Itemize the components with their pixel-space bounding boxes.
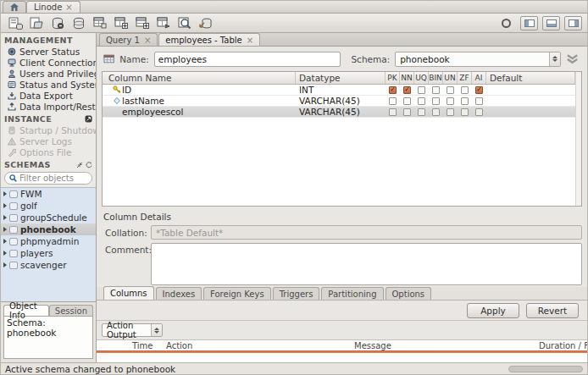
subtab-indexes[interactable]: Indexes [156, 287, 202, 300]
header-nn[interactable]: NN [400, 72, 414, 84]
table-name-input[interactable] [154, 52, 341, 67]
create-event-icon[interactable] [154, 15, 173, 31]
pk-checkbox[interactable] [389, 86, 397, 94]
open-sql-script-icon[interactable] [27, 15, 46, 31]
reconnect-dbms-icon[interactable] [197, 15, 215, 31]
tab-query-1[interactable]: Query 1 × [99, 33, 158, 46]
schema-item-phonebook[interactable]: phonebook [1, 223, 96, 235]
expander-icon[interactable] [3, 251, 7, 256]
horizontal-scrollbar-thumb[interactable] [508, 366, 583, 372]
collation-select[interactable]: *Table Default* [151, 225, 582, 240]
revert-button[interactable]: Revert [526, 303, 579, 318]
sidebar-item-startup-shutdown[interactable]: Startup / Shutdown [1, 124, 96, 135]
collapse-chevron-icon[interactable] [566, 54, 579, 64]
header-un[interactable]: UN [443, 72, 458, 84]
ai-checkbox[interactable] [475, 97, 483, 105]
header-bin[interactable]: BIN [429, 72, 443, 84]
nn-checkbox[interactable] [403, 97, 411, 105]
ai-checkbox[interactable] [475, 108, 483, 116]
toggle-left-sidebar-icon[interactable] [520, 16, 538, 30]
un-checkbox[interactable] [447, 108, 454, 116]
pk-checkbox[interactable] [389, 108, 397, 116]
subtab-triggers[interactable]: Triggers [273, 287, 320, 300]
sidebar-item-data-export[interactable]: Data Export [1, 90, 96, 101]
schema-item-phpmyadmin[interactable]: phpmyadmin [1, 235, 96, 247]
tab-employees-table[interactable]: employees - Table × [158, 33, 260, 46]
column-default[interactable] [486, 85, 575, 95]
grid-scrollbar[interactable] [575, 72, 581, 206]
header-time[interactable]: Time [132, 341, 166, 350]
close-icon[interactable]: × [65, 3, 72, 12]
comment-textarea[interactable] [151, 243, 582, 285]
stepper-icon[interactable] [549, 52, 560, 66]
nn-checkbox[interactable] [403, 86, 411, 94]
un-checkbox[interactable] [447, 97, 454, 105]
header-default[interactable]: Default [486, 72, 575, 84]
schema-item-fwm[interactable]: FWM [1, 188, 96, 200]
sidebar-item-data-import[interactable]: Data Import/Restore [1, 101, 96, 112]
close-icon[interactable]: × [247, 36, 253, 45]
expand-schemas-icon[interactable] [76, 162, 83, 168]
header-datatype[interactable]: Datatype [296, 72, 386, 84]
subtab-columns[interactable]: Columns [103, 286, 154, 300]
tab-object-info[interactable]: Object Info [3, 305, 49, 316]
header-duration-fetch[interactable]: Duration / Fetch [539, 341, 587, 350]
create-table-icon[interactable] [69, 15, 88, 31]
pk-checkbox[interactable] [389, 97, 397, 105]
un-checkbox[interactable] [447, 86, 454, 94]
schema-item-players[interactable]: players [1, 247, 96, 259]
schema-item-golf[interactable]: golf [1, 200, 96, 212]
home-tab[interactable] [3, 1, 26, 13]
close-icon[interactable]: × [144, 36, 151, 45]
column-row-id[interactable]: ID INT [103, 85, 575, 96]
subtab-foreign-keys[interactable]: Foreign Keys [203, 287, 271, 300]
header-column-name[interactable]: Column Name [103, 72, 296, 84]
create-view-icon[interactable] [91, 15, 109, 31]
header-action[interactable]: Action [166, 341, 354, 350]
schema-select[interactable]: phonebook [395, 52, 561, 67]
search-data-icon[interactable] [175, 15, 194, 31]
expander-icon[interactable] [3, 262, 7, 267]
expander-icon[interactable] [3, 203, 7, 208]
header-pk[interactable]: PK [386, 72, 400, 84]
ai-checkbox[interactable] [475, 86, 483, 94]
schema-filter-input[interactable] [19, 174, 87, 183]
header-ai[interactable]: AI [472, 72, 486, 84]
toggle-output-panel-icon[interactable] [542, 16, 560, 30]
instance-config-icon[interactable] [85, 115, 92, 123]
expander-icon[interactable] [3, 191, 7, 196]
apply-button[interactable]: Apply [467, 303, 519, 318]
column-default[interactable] [486, 96, 575, 106]
sidebar-item-client-connections[interactable]: Client Connections [1, 57, 96, 68]
zf-checkbox[interactable] [461, 97, 469, 105]
create-schema-icon[interactable] [48, 15, 67, 31]
header-uq[interactable]: UQ [414, 72, 429, 84]
stepper-icon[interactable] [151, 324, 162, 336]
sidebar-item-options-file[interactable]: Options File [1, 146, 96, 157]
uq-checkbox[interactable] [418, 97, 425, 105]
column-default[interactable] [486, 107, 575, 117]
sidebar-item-server-logs[interactable]: Server Logs [1, 135, 96, 146]
create-function-icon[interactable] [133, 15, 152, 31]
toggle-right-sidebar-icon[interactable] [564, 16, 582, 30]
sidebar-item-server-status[interactable]: Server Status [1, 46, 96, 57]
uq-checkbox[interactable] [418, 108, 425, 116]
header-zf[interactable]: ZF [458, 72, 472, 84]
zf-checkbox[interactable] [461, 86, 469, 94]
refresh-schemas-icon[interactable] [86, 162, 92, 168]
expander-icon[interactable] [3, 215, 7, 220]
column-row-lastname[interactable]: lastName VARCHAR(45) [103, 96, 575, 107]
schema-item-groupschedule[interactable]: groupSchedule [1, 212, 96, 223]
subtab-options[interactable]: Options [386, 287, 432, 300]
nn-checkbox[interactable] [403, 108, 411, 116]
sidebar-item-users-privileges[interactable]: Users and Privileges [1, 68, 96, 79]
bin-checkbox[interactable] [432, 108, 440, 116]
uq-checkbox[interactable] [418, 86, 425, 94]
schema-item-scavenger[interactable]: scavenger [1, 259, 96, 271]
new-query-tab-icon[interactable] [6, 15, 25, 31]
connection-tab[interactable]: Linode × [26, 1, 80, 13]
header-message[interactable]: Message [354, 341, 539, 350]
zf-checkbox[interactable] [461, 108, 469, 116]
bin-checkbox[interactable] [432, 86, 440, 94]
create-procedure-icon[interactable] [112, 15, 130, 31]
